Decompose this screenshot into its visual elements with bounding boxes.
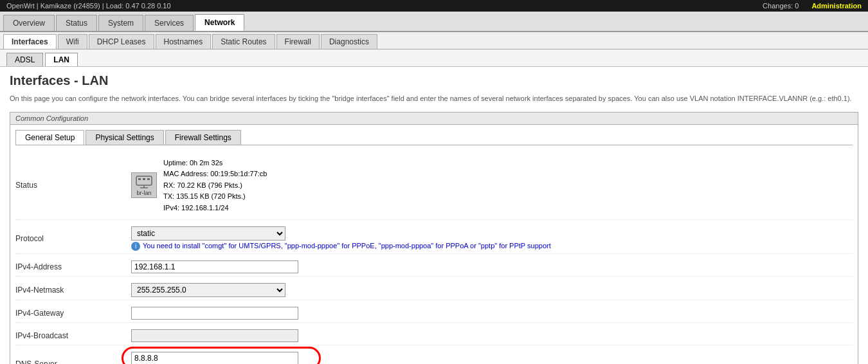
subnav-tab-firewall[interactable]: Firewall bbox=[276, 34, 320, 49]
info-icon: i bbox=[131, 242, 140, 251]
protocol-select[interactable]: static dhcp pppoe pppoa pptp bbox=[131, 226, 285, 241]
dns-server-input[interactable] bbox=[131, 352, 298, 364]
subnav-tab-static-routes[interactable]: Static Routes bbox=[212, 34, 275, 49]
ipv4-broadcast-control bbox=[131, 329, 853, 342]
subnav-tab-wifi[interactable]: Wifi bbox=[58, 34, 87, 49]
dns-server-control: iYou can specify multiple DNS servers he… bbox=[131, 352, 853, 364]
iface-tab-adsl[interactable]: ADSL bbox=[6, 53, 43, 66]
common-config-section: Common Configuration General Setup Physi… bbox=[10, 112, 858, 365]
br-lan-icon: br-lan bbox=[131, 172, 157, 198]
nav-tab-services[interactable]: Services bbox=[145, 15, 194, 31]
topbar: OpenWrt | Kamikaze (r24859) | Load: 0.47… bbox=[0, 0, 868, 12]
network-icon bbox=[135, 175, 153, 189]
config-tab-physical[interactable]: Physical Settings bbox=[86, 130, 163, 145]
ipv4-gateway-label: IPv4-Gateway bbox=[15, 309, 131, 318]
protocol-control: static dhcp pppoe pppoa pptp iYou need t… bbox=[131, 226, 853, 251]
dns-server-label: DNS-Server bbox=[15, 359, 131, 364]
subnav-tab-dhcp[interactable]: DHCP Leases bbox=[89, 34, 154, 49]
subnav-tab-interfaces[interactable]: Interfaces bbox=[3, 34, 57, 49]
status-ipv4: IPv4: 192.168.1.1/24 bbox=[163, 203, 267, 214]
status-row: Status br-lan Upti bbox=[15, 152, 853, 221]
section-content: General Setup Physical Settings Firewall… bbox=[10, 125, 858, 365]
ipv4-address-row: IPv4-Address bbox=[15, 258, 853, 277]
ipv4-netmask-control: 255.255.255.0 255.255.0.0 255.0.0.0 bbox=[131, 283, 853, 297]
protocol-label: Protocol bbox=[15, 234, 131, 243]
ipv4-address-control bbox=[131, 260, 853, 273]
config-tab-firewall[interactable]: Firewall Settings bbox=[165, 130, 241, 145]
ipv4-address-label: IPv4-Address bbox=[15, 262, 131, 271]
nav-tab-status[interactable]: Status bbox=[56, 15, 97, 31]
status-label: Status bbox=[15, 181, 131, 190]
ipv4-gateway-control bbox=[131, 307, 853, 320]
config-tabs: General Setup Physical Settings Firewall… bbox=[15, 130, 853, 145]
nav-tab-system[interactable]: System bbox=[98, 15, 143, 31]
subnav-tab-hostnames[interactable]: Hostnames bbox=[156, 34, 212, 49]
status-tx: TX: 135.15 KB (720 Pkts.) bbox=[163, 191, 267, 203]
ipv4-broadcast-label: IPv4-Broadcast bbox=[15, 331, 131, 340]
status-uptime: Uptime: 0h 2m 32s bbox=[163, 158, 267, 169]
status-rx: RX: 70.22 KB (796 Pkts.) bbox=[163, 180, 267, 192]
status-mac: MAC Address: 00:19:5b:1d:77:cb bbox=[163, 168, 267, 180]
admin-link[interactable]: Administration bbox=[811, 2, 862, 10]
ipv4-address-input[interactable] bbox=[131, 260, 298, 273]
topbar-title: OpenWrt | Kamikaze (r24859) | Load: 0.47… bbox=[6, 2, 171, 10]
section-legend: Common Configuration bbox=[10, 113, 858, 125]
protocol-hint: iYou need to install "comgt" for UMTS/GP… bbox=[131, 242, 853, 251]
dns-highlight-wrapper bbox=[131, 352, 298, 364]
iface-tab-lan[interactable]: LAN bbox=[45, 53, 78, 66]
changes-label: Changes: 0 bbox=[763, 2, 799, 10]
ipv4-broadcast-input[interactable] bbox=[131, 329, 298, 342]
ipv4-netmask-label: IPv4-Netmask bbox=[15, 286, 131, 295]
status-area: br-lan Uptime: 0h 2m 32s MAC Address: 00… bbox=[131, 154, 853, 217]
br-lan-label: br-lan bbox=[136, 190, 151, 196]
main-nav: Overview Status System Services Network bbox=[0, 12, 868, 32]
nav-tab-network[interactable]: Network bbox=[195, 14, 244, 31]
page-info: On this page you can configure the netwo… bbox=[10, 93, 858, 104]
ipv4-broadcast-row: IPv4-Broadcast bbox=[15, 327, 853, 345]
page-title: Interfaces - LAN bbox=[10, 73, 858, 88]
status-details: Uptime: 0h 2m 32s MAC Address: 00:19:5b:… bbox=[163, 158, 267, 214]
svg-rect-0 bbox=[136, 176, 152, 185]
sub-nav: Interfaces Wifi DHCP Leases Hostnames St… bbox=[0, 32, 868, 50]
ipv4-gateway-input[interactable] bbox=[131, 307, 298, 320]
svg-rect-1 bbox=[138, 178, 141, 180]
subnav-tab-diagnostics[interactable]: Diagnostics bbox=[321, 34, 377, 49]
ipv4-gateway-row: IPv4-Gateway bbox=[15, 304, 853, 323]
iface-tabs: ADSL LAN bbox=[0, 50, 868, 67]
config-tab-general[interactable]: General Setup bbox=[15, 130, 84, 145]
content: Interfaces - LAN On this page you can co… bbox=[0, 67, 868, 364]
ipv4-netmask-row: IPv4-Netmask 255.255.255.0 255.255.0.0 2… bbox=[15, 280, 853, 300]
svg-rect-3 bbox=[147, 178, 150, 180]
svg-rect-2 bbox=[143, 178, 145, 180]
nav-tab-overview[interactable]: Overview bbox=[3, 15, 55, 31]
ipv4-netmask-select[interactable]: 255.255.255.0 255.255.0.0 255.0.0.0 bbox=[131, 283, 285, 297]
protocol-row: Protocol static dhcp pppoe pppoa pptp iY… bbox=[15, 224, 853, 254]
dns-server-row: DNS-Server iYou can specify multiple DNS… bbox=[15, 349, 853, 364]
